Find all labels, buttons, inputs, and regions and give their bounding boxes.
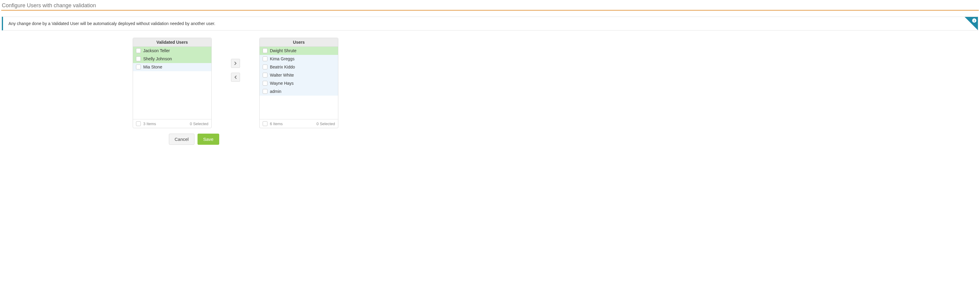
item-checkbox[interactable] <box>262 81 267 86</box>
list-item[interactable]: Dwight Shrute <box>259 47 338 55</box>
list-item[interactable]: Shelly Johnson <box>133 55 212 63</box>
users-footer: 6 Items 0 Selected <box>259 119 338 128</box>
info-icon: i <box>972 18 976 22</box>
transfer-buttons <box>231 59 240 82</box>
users-selected: 0 Selected <box>317 121 335 126</box>
action-buttons: Cancel Save <box>1 134 979 145</box>
validated-users-header: Validated Users <box>133 38 212 47</box>
list-item[interactable]: Wayne Hays <box>259 79 338 88</box>
title-rule <box>1 10 979 11</box>
list-item[interactable]: Mia Stone <box>133 63 212 71</box>
item-checkbox[interactable] <box>262 65 267 69</box>
item-label: Walter White <box>270 73 294 78</box>
item-label: Jackson Teller <box>143 48 170 53</box>
item-label: admin <box>270 89 282 94</box>
item-label: Wayne Hays <box>270 81 294 86</box>
users-count: 6 Items <box>270 121 283 126</box>
item-checkbox[interactable] <box>262 73 267 78</box>
users-body: Dwight ShruteKima GreggsBeatrix KiddoWal… <box>259 47 338 119</box>
chevron-left-icon <box>234 75 237 79</box>
item-checkbox[interactable] <box>136 65 141 69</box>
validated-users-body: Jackson TellerShelly JohnsonMia Stone <box>133 47 212 119</box>
item-checkbox[interactable] <box>262 56 267 61</box>
item-checkbox[interactable] <box>136 48 141 53</box>
item-checkbox[interactable] <box>262 89 267 94</box>
chevron-right-icon <box>234 62 237 65</box>
validated-users-footer: 3 Items 0 Selected <box>133 119 212 128</box>
users-header: Users <box>259 38 338 47</box>
move-left-button[interactable] <box>231 73 240 82</box>
move-right-button[interactable] <box>231 59 240 68</box>
page-title: Configure Users with change validation <box>1 0 979 10</box>
validated-users-count: 3 Items <box>143 121 156 126</box>
item-checkbox[interactable] <box>262 48 267 53</box>
item-label: Dwight Shrute <box>270 48 296 53</box>
users-box: Users Dwight ShruteKima GreggsBeatrix Ki… <box>259 38 338 128</box>
item-checkbox[interactable] <box>136 56 141 61</box>
cancel-button[interactable]: Cancel <box>169 134 194 145</box>
list-item[interactable]: Beatrix Kiddo <box>259 63 338 71</box>
info-text: Any change done by a Validated User will… <box>8 21 215 26</box>
validated-users-selected: 0 Selected <box>190 121 208 126</box>
select-all-checkbox[interactable] <box>136 121 141 126</box>
list-item[interactable]: Kima Greggs <box>259 55 338 63</box>
info-callout: Any change done by a Validated User will… <box>2 17 978 30</box>
list-item[interactable]: admin <box>259 88 338 96</box>
item-label: Beatrix Kiddo <box>270 65 295 69</box>
list-item[interactable]: Jackson Teller <box>133 47 212 55</box>
save-button[interactable]: Save <box>197 134 219 145</box>
dual-list: Validated Users Jackson TellerShelly Joh… <box>1 38 979 128</box>
select-all-checkbox[interactable] <box>262 121 267 126</box>
item-label: Shelly Johnson <box>143 56 172 61</box>
validated-users-box: Validated Users Jackson TellerShelly Joh… <box>133 38 212 128</box>
item-label: Kima Greggs <box>270 56 294 61</box>
item-label: Mia Stone <box>143 65 162 69</box>
list-item[interactable]: Walter White <box>259 71 338 79</box>
